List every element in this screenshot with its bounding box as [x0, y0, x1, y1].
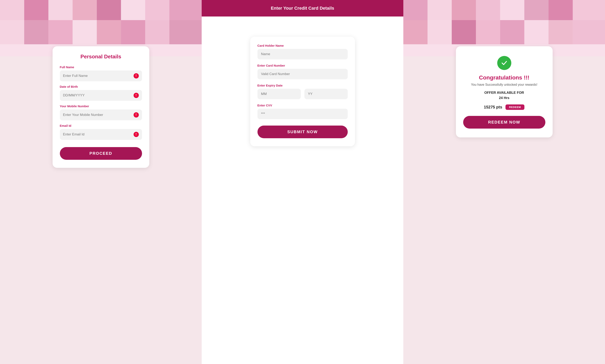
personal-details-screen: Personal Details Full Name ! Date of Bir…	[0, 0, 202, 364]
svg-rect-23	[145, 20, 169, 44]
svg-rect-42	[573, 0, 605, 20]
dob-input[interactable]	[63, 93, 132, 97]
cvv-label: Enter CVV	[258, 104, 348, 107]
svg-rect-9	[0, 0, 24, 20]
personal-details-title: Personal Details	[60, 53, 142, 60]
redeem-button[interactable]: REDEEM NOW	[463, 116, 545, 129]
svg-rect-10	[24, 0, 48, 20]
svg-rect-16	[169, 0, 202, 20]
congrats-sub: You have Successfully unlocked your rewa…	[463, 83, 545, 87]
fullname-label: Full Name	[60, 65, 142, 69]
personal-details-card: Personal Details Full Name ! Date of Bir…	[53, 46, 149, 168]
congratulations-card: Congratulations !!! You have Successfull…	[456, 46, 553, 137]
svg-rect-14	[121, 0, 145, 20]
svg-rect-45	[452, 20, 476, 44]
cvv-input[interactable]	[258, 109, 348, 119]
cc-form-card: Card Holder Name Enter Card Number Enter…	[250, 37, 355, 146]
svg-rect-48	[524, 20, 549, 44]
svg-rect-43	[403, 20, 427, 44]
expiry-label: Enter Expiry Date	[258, 84, 348, 87]
svg-rect-20	[72, 20, 97, 44]
mobile-error-icon: !	[134, 112, 139, 117]
email-error-icon: !	[134, 132, 139, 137]
pts-value: 15275 pts	[484, 105, 502, 109]
fullname-error-icon: !	[134, 73, 139, 78]
svg-rect-22	[121, 20, 145, 44]
svg-rect-35	[403, 0, 427, 20]
pts-badge: REDEEM	[506, 104, 525, 110]
dob-label: Date of Birth	[60, 85, 142, 88]
pts-row: 15275 pts REDEEM	[463, 104, 545, 110]
cardholder-label: Card Holder Name	[258, 44, 348, 47]
expiry-yy-input[interactable]	[304, 89, 348, 99]
mobile-label: Your Mobile Number	[60, 104, 142, 108]
expiry-row	[258, 89, 348, 99]
svg-rect-24	[169, 20, 202, 44]
email-label: Email Id	[60, 124, 142, 127]
proceed-button[interactable]: PROCEED	[60, 147, 142, 160]
expiry-mm-input[interactable]	[258, 89, 301, 99]
cardnumber-label: Enter Card Number	[258, 64, 348, 67]
cc-header-title: Enter Your Credit Card Details	[202, 6, 403, 11]
offer-label: OFFER AVAILABLE FOR 24 Hrs	[463, 90, 545, 100]
svg-rect-12	[72, 0, 97, 20]
credit-card-screen: Enter Your Credit Card Details Card Hold…	[202, 0, 403, 364]
svg-rect-13	[97, 0, 121, 20]
submit-button[interactable]: SUBMIT NOW	[258, 126, 348, 138]
dob-field-row: !	[60, 90, 142, 101]
email-input[interactable]	[63, 132, 132, 136]
svg-rect-19	[48, 20, 72, 44]
svg-rect-36	[427, 0, 452, 20]
svg-rect-41	[549, 0, 573, 20]
svg-rect-15	[145, 0, 169, 20]
svg-rect-11	[48, 0, 72, 20]
svg-rect-44	[427, 20, 452, 44]
svg-rect-50	[573, 20, 605, 44]
svg-rect-46	[476, 20, 500, 44]
svg-rect-17	[0, 20, 24, 44]
cc-header: Enter Your Credit Card Details	[202, 0, 403, 16]
cardnumber-input[interactable]	[258, 69, 348, 79]
congratulations-screen: Congratulations !!! You have Successfull…	[403, 0, 605, 364]
fullname-field-row: !	[60, 70, 142, 81]
cardholder-input[interactable]	[258, 49, 348, 59]
fullname-input[interactable]	[63, 74, 132, 78]
svg-rect-18	[24, 20, 48, 44]
svg-rect-49	[549, 20, 573, 44]
svg-rect-47	[500, 20, 524, 44]
email-field-row: !	[60, 129, 142, 140]
dob-error-icon: !	[134, 93, 139, 98]
svg-rect-21	[97, 20, 121, 44]
congrats-title: Congratulations !!!	[463, 75, 545, 81]
svg-rect-38	[476, 0, 500, 20]
mobile-input[interactable]	[63, 113, 132, 117]
svg-rect-39	[500, 0, 524, 20]
svg-rect-40	[524, 0, 549, 20]
mobile-field-row: !	[60, 109, 142, 120]
svg-rect-37	[452, 0, 476, 20]
success-check-circle	[497, 56, 511, 70]
